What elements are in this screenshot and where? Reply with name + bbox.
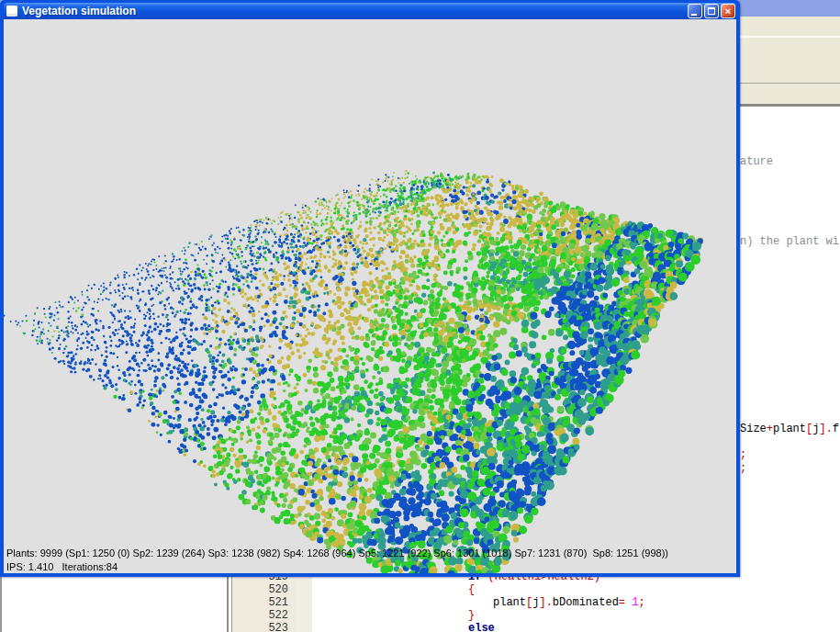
gutter: 519520521522523 xyxy=(232,577,296,632)
code-segment: ; xyxy=(638,596,644,609)
code-fragment: n) the plant wi xyxy=(740,236,839,248)
line-number: 520 xyxy=(232,583,288,596)
code-line: else xyxy=(312,622,840,632)
code-segment: f xyxy=(833,423,839,435)
code-fragment: ; xyxy=(740,463,746,475)
code-segment: n) the plant wi xyxy=(740,235,839,248)
ips-status-line: IPS: 1.410 Iterations:84 xyxy=(6,561,118,573)
code-fragment: Size+plant[j].f xyxy=(740,423,839,435)
code-segment: bDominated xyxy=(553,596,619,609)
close-icon: × xyxy=(722,5,734,17)
simulation-window: Vegetation simulation × Plants: 9999 (Sp… xyxy=(0,0,740,577)
close-button[interactable]: × xyxy=(721,4,735,18)
line-number: 521 xyxy=(232,596,288,609)
simulation-canvas[interactable] xyxy=(4,19,736,573)
code-segment: plant xyxy=(493,596,526,609)
maximize-button[interactable] xyxy=(704,4,719,18)
ide-bottom-editor-strip: 519520521522523 − if (Health1>Health2){p… xyxy=(0,577,840,632)
window-title: Vegetation simulation xyxy=(22,5,686,17)
code-segment: ; xyxy=(740,448,746,461)
code-line: } xyxy=(312,609,840,622)
code-segment: = xyxy=(619,596,625,609)
code-segment: ] xyxy=(539,596,545,609)
code-fragment: ; xyxy=(740,449,746,461)
simulation-client-area: Plants: 9999 (Sp1: 1250 (0) Sp2: 1239 (2… xyxy=(4,19,736,573)
line-number: 522 xyxy=(232,609,288,622)
code-segment: ; xyxy=(740,462,746,475)
code-segment: { xyxy=(468,583,475,596)
code-segment: . xyxy=(826,423,833,435)
minimize-button[interactable] xyxy=(688,4,702,18)
code-editor[interactable]: if (Health1>Health2){plant[j].bDominated… xyxy=(312,577,840,632)
application-icon xyxy=(6,6,17,17)
code-segment: Size xyxy=(740,423,767,435)
code-segment: else xyxy=(468,622,495,632)
plants-status-line: Plants: 9999 (Sp1: 1250 (0) Sp2: 1239 (2… xyxy=(6,547,668,559)
code-segment: ] xyxy=(819,423,825,435)
fold-margin: − xyxy=(296,577,312,632)
screen: aturen) the plant wiSize+plant[j].f;; 51… xyxy=(0,0,840,632)
ide-side-panel[interactable] xyxy=(2,577,227,632)
code-segment: . xyxy=(546,596,553,609)
code-segment: plant xyxy=(773,423,806,435)
code-segment: ature xyxy=(740,155,773,168)
code-fragment: ature xyxy=(740,156,773,168)
code-line: plant[j].bDominated= 1; xyxy=(312,596,840,609)
code-line: { xyxy=(312,583,840,596)
line-number: 523 xyxy=(232,622,288,632)
title-bar[interactable]: Vegetation simulation × xyxy=(4,3,736,19)
code-segment: } xyxy=(468,609,475,622)
code-segment: + xyxy=(767,423,773,435)
